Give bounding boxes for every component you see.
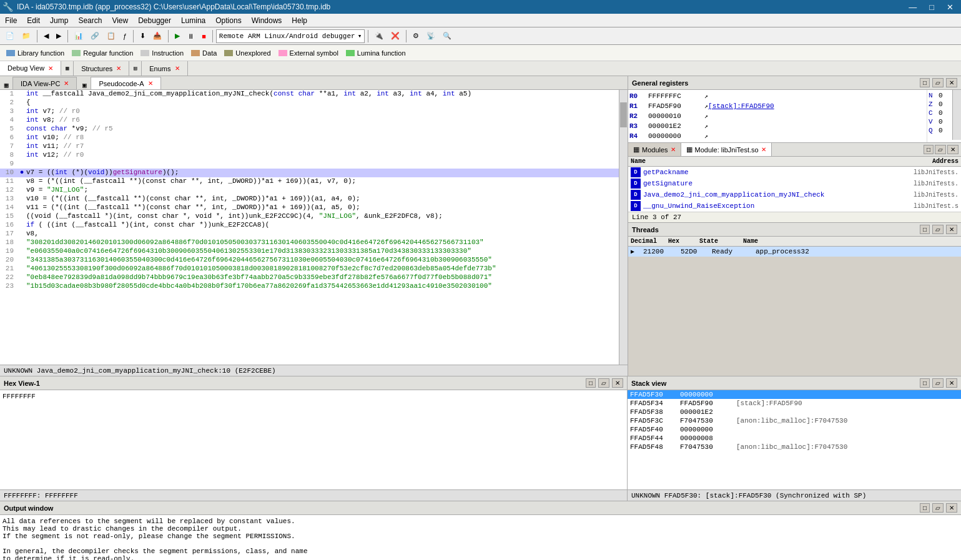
code-view[interactable]: 1 int __fastcall Java_demo2_jni_com_myap… bbox=[0, 90, 619, 365]
tb-names[interactable]: 📋 bbox=[104, 29, 119, 44]
menu-debugger[interactable]: Debugger bbox=[133, 14, 176, 27]
tb-hex[interactable]: 📊 bbox=[71, 29, 86, 44]
code-line-11: 11 v8 = (*((int (__fastcall **)(const ch… bbox=[0, 177, 619, 186]
reg-r1-link[interactable]: [stack]:FFAD5F90 bbox=[708, 102, 774, 110]
tb-forward[interactable]: ▶ bbox=[53, 29, 64, 44]
stack-row-ffad5f48[interactable]: FFAD5F48 F7047530 [anon:libc_malloc]:F70… bbox=[628, 443, 961, 451]
mod-row-gnu-unwind[interactable]: D __gnu_Unwind_RaiseException libJniTest… bbox=[628, 200, 961, 212]
output-close-btn[interactable]: ✕ bbox=[946, 503, 957, 513]
reg-r3-follow[interactable]: ↗ bbox=[704, 122, 708, 130]
libjnitest-close[interactable]: ✕ bbox=[761, 146, 766, 153]
modules-close[interactable]: ✕ bbox=[671, 146, 676, 153]
tb-run[interactable]: ▶ bbox=[172, 29, 183, 44]
subtab-ida-view[interactable]: IDA View-PC ✕ bbox=[12, 77, 77, 89]
tab-structures[interactable]: Structures ✕ bbox=[74, 61, 129, 76]
reg-r4-follow[interactable]: ↗ bbox=[704, 132, 708, 140]
threads-col-hex: Hex bbox=[668, 238, 699, 245]
tb-attach[interactable]: 🔌 bbox=[372, 29, 387, 44]
minimize-button[interactable]: — bbox=[904, 0, 922, 14]
stack-row-ffad5f38[interactable]: FFAD5F38 000001E2 bbox=[628, 408, 961, 416]
reg-r2-value[interactable]: 00000010 bbox=[648, 112, 704, 120]
menu-windows[interactable]: Windows bbox=[247, 14, 287, 27]
threads-restore-btn[interactable]: □ bbox=[920, 225, 930, 234]
stack-row-ffad5f3c[interactable]: FFAD5F3C F7047530 [anon:libc_malloc]:F70… bbox=[628, 416, 961, 425]
reg-close-btn[interactable]: ✕ bbox=[946, 78, 957, 87]
modules-restore-btn[interactable]: □ bbox=[924, 145, 934, 154]
subtab-ida-close[interactable]: ✕ bbox=[64, 80, 69, 87]
modules-close-btn[interactable]: ✕ bbox=[947, 145, 959, 154]
reg-r1-value[interactable]: FFAD5F90 bbox=[648, 102, 704, 110]
threads-close-btn[interactable]: ✕ bbox=[946, 225, 957, 234]
reg-r4-value[interactable]: 00000000 bbox=[648, 132, 704, 140]
libjnitest-tab[interactable]: ▦ Module: libJniTest.so ✕ bbox=[681, 143, 772, 156]
mod-row-getpackname[interactable]: D getPackname libJniTests. bbox=[628, 167, 961, 178]
stack-float-btn[interactable]: ▱ bbox=[932, 378, 944, 388]
tb-back[interactable]: ◀ bbox=[41, 29, 52, 44]
tab-structures-close[interactable]: ✕ bbox=[116, 65, 121, 72]
output-content[interactable]: All data references to the segment will … bbox=[0, 515, 961, 560]
thread-row-1[interactable]: ▶ 21200 52D0 Ready app_process32 bbox=[628, 247, 961, 257]
reg-scrollbar[interactable] bbox=[952, 90, 961, 140]
reg-r0-follow[interactable]: ↗ bbox=[704, 92, 708, 100]
code-scrollbar[interactable] bbox=[619, 90, 628, 365]
line-num-13: 13 bbox=[0, 195, 17, 204]
maximize-button[interactable]: □ bbox=[924, 0, 939, 14]
menu-view[interactable]: View bbox=[107, 14, 133, 27]
close-button[interactable]: ✕ bbox=[942, 0, 959, 14]
libjnitest-icon: ▦ bbox=[686, 145, 692, 154]
menu-help[interactable]: Help bbox=[287, 14, 312, 27]
menu-file[interactable]: File bbox=[0, 14, 22, 27]
subtab-pseudo-close[interactable]: ✕ bbox=[148, 80, 153, 87]
stack-val-7: F7047530 bbox=[680, 443, 736, 451]
tab-debug-view[interactable]: Debug View ✕ bbox=[0, 61, 61, 76]
tb-stop[interactable]: ■ bbox=[199, 29, 209, 44]
tab-enums-close[interactable]: ✕ bbox=[175, 65, 180, 72]
tb-pause[interactable]: ⏸ bbox=[184, 29, 197, 44]
stack-content[interactable]: FFAD5F30 00000000 FFAD5F34 FFAD5F90 [sta… bbox=[628, 390, 961, 489]
stack-row-ffad5f30[interactable]: FFAD5F30 00000000 bbox=[628, 390, 961, 399]
reg-r2-follow[interactable]: ↗ bbox=[704, 112, 708, 120]
tb-load[interactable]: 📥 bbox=[150, 29, 165, 44]
menu-options[interactable]: Options bbox=[210, 14, 246, 27]
tb-open[interactable]: 📁 bbox=[19, 29, 34, 44]
modules-float-btn[interactable]: ▱ bbox=[935, 145, 946, 154]
tb-new[interactable]: 📄 bbox=[2, 29, 17, 44]
tb-misc1[interactable]: ⚙ bbox=[410, 29, 422, 44]
hex-float-btn[interactable]: ▱ bbox=[598, 378, 609, 388]
tb-misc3[interactable]: 🔍 bbox=[440, 29, 455, 44]
threads-float-btn[interactable]: ▱ bbox=[932, 225, 944, 234]
reg-float-btn[interactable]: ▱ bbox=[932, 78, 944, 87]
mod-row-java-check[interactable]: D Java_demo2_jni_com_myapplication_myJNI… bbox=[628, 189, 961, 200]
line-dot-6 bbox=[17, 134, 26, 142]
stack-restore-btn[interactable]: □ bbox=[920, 378, 930, 388]
tb-misc2[interactable]: 📡 bbox=[423, 29, 438, 44]
output-restore-btn[interactable]: □ bbox=[920, 503, 930, 513]
hex-close-btn[interactable]: ✕ bbox=[612, 378, 623, 388]
debugger-dropdown[interactable]: Remote ARM Linux/Android debugger ▾ bbox=[216, 29, 365, 43]
tb-detach[interactable]: ❌ bbox=[388, 29, 403, 44]
stack-row-ffad5f44[interactable]: FFAD5F44 00000008 bbox=[628, 434, 961, 443]
tab-enums[interactable]: Enums ✕ bbox=[142, 61, 187, 76]
menu-jump[interactable]: Jump bbox=[45, 14, 73, 27]
hex-restore-btn[interactable]: □ bbox=[586, 378, 596, 388]
tab-debug-view-close[interactable]: ✕ bbox=[48, 65, 53, 72]
modules-tab[interactable]: ▦ Modules ✕ bbox=[628, 143, 681, 156]
code-scrollbar-thumb[interactable] bbox=[620, 102, 627, 127]
tb-xref[interactable]: 🔗 bbox=[87, 29, 102, 44]
hex-content[interactable]: FFFFFFFF bbox=[0, 390, 627, 489]
menu-search[interactable]: Search bbox=[73, 14, 107, 27]
mod-row-getsignature[interactable]: D getSignature libJniTests. bbox=[628, 178, 961, 189]
menu-edit[interactable]: Edit bbox=[22, 14, 45, 27]
reg-r3-row: R3 000001E2 ↗ bbox=[629, 121, 925, 131]
reg-restore-btn[interactable]: □ bbox=[920, 78, 930, 87]
subtab-pseudocode[interactable]: Pseudocode-A ✕ bbox=[91, 77, 160, 89]
tb-func[interactable]: ƒ bbox=[120, 29, 130, 44]
stack-close-btn[interactable]: ✕ bbox=[946, 378, 957, 388]
stack-row-ffad5f34[interactable]: FFAD5F34 FFAD5F90 [stack]:FFAD5F90 bbox=[628, 399, 961, 408]
tb-down[interactable]: ⬇ bbox=[137, 29, 149, 44]
output-float-btn[interactable]: ▱ bbox=[932, 503, 944, 513]
reg-r0-value[interactable]: FFFFFFFC bbox=[648, 92, 704, 100]
reg-r3-value[interactable]: 000001E2 bbox=[648, 122, 704, 130]
stack-row-ffad5f40[interactable]: FFAD5F40 00000000 bbox=[628, 425, 961, 434]
menu-lumina[interactable]: Lumina bbox=[176, 14, 210, 27]
